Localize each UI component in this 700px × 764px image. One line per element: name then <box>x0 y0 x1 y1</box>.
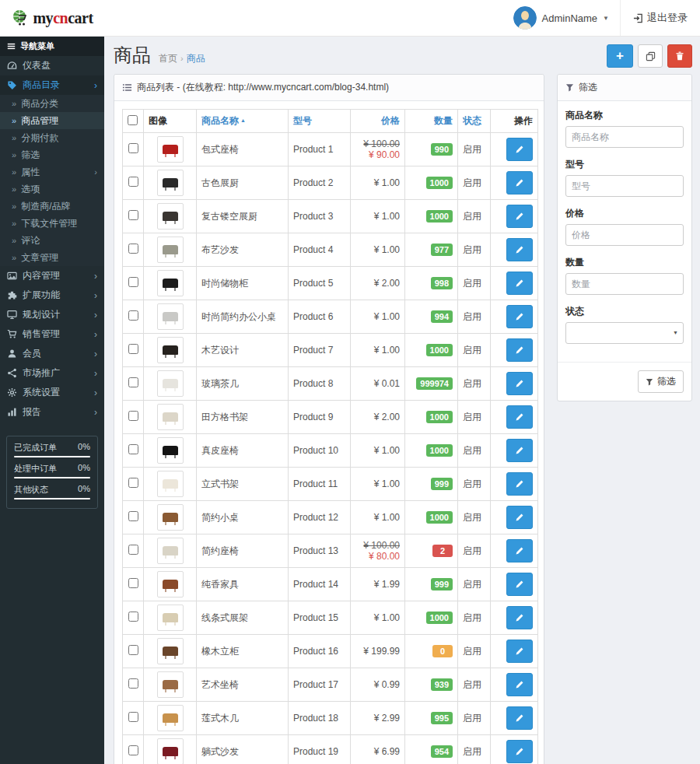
sidebar-subitem[interactable]: » 下载文件管理 <box>0 215 104 232</box>
row-checkbox[interactable] <box>128 444 138 454</box>
row-checkbox[interactable] <box>128 612 138 622</box>
product-model: Product 4 <box>289 233 351 267</box>
delete-button[interactable] <box>667 44 692 68</box>
sidebar-item[interactable]: 规划设计 › <box>0 305 104 324</box>
product-model: Product 7 <box>289 334 351 367</box>
edit-button[interactable] <box>506 439 533 462</box>
edit-button[interactable] <box>506 706 533 730</box>
breadcrumb-home[interactable]: 首页 <box>159 53 177 64</box>
sidebar-item[interactable]: 销售管理 › <box>0 324 104 344</box>
edit-button[interactable] <box>506 205 533 228</box>
column-header-name[interactable]: 商品名称▲ <box>197 110 289 133</box>
quantity-badge: 1000 <box>426 411 453 423</box>
sidebar-subitem[interactable]: » 属性 › <box>0 163 104 180</box>
product-name: 立式书架 <box>197 468 289 501</box>
product-price: ¥ 1.00 <box>351 434 405 468</box>
sidebar-subitem[interactable]: » 分期付款 <box>0 129 104 146</box>
row-checkbox[interactable] <box>128 411 138 421</box>
row-checkbox[interactable] <box>128 277 138 287</box>
product-price: ¥ 2.99 <box>351 702 405 735</box>
sidebar-subitem[interactable]: » 筛选 <box>0 146 104 163</box>
row-checkbox[interactable] <box>128 210 138 220</box>
page-title: 商品 <box>114 43 151 68</box>
product-thumbnail <box>157 237 184 263</box>
sidebar-subitem[interactable]: » 评论 <box>0 232 104 249</box>
column-header-status[interactable]: 状态 <box>458 110 491 133</box>
desktop-icon <box>7 310 17 320</box>
product-model: Product 19 <box>289 735 351 764</box>
sidebar-item[interactable]: 扩展功能 › <box>0 286 104 305</box>
product-list-title: 商品列表 - (在线教程: http://www.mycncart.com/bl… <box>137 81 389 94</box>
filter-select[interactable] <box>565 322 684 344</box>
quantity-badge: 999 <box>431 578 453 591</box>
edit-button[interactable] <box>506 506 533 529</box>
product-price: ¥ 1.00 <box>351 166 405 200</box>
product-model: Product 16 <box>289 635 351 668</box>
edit-button[interactable] <box>506 138 533 161</box>
edit-button[interactable] <box>506 405 533 429</box>
edit-button[interactable] <box>506 372 533 395</box>
row-checkbox[interactable] <box>128 645 138 655</box>
sidebar-item[interactable]: 市场推广 › <box>0 363 104 383</box>
edit-button[interactable] <box>506 472 533 496</box>
product-price: ¥ 0.99 <box>351 668 405 702</box>
sidebar-item[interactable]: 报告 › <box>0 402 104 422</box>
row-checkbox[interactable] <box>128 143 138 153</box>
edit-button[interactable] <box>506 673 533 696</box>
product-name: 莲式木几 <box>197 702 289 735</box>
select-all-checkbox[interactable] <box>128 115 138 125</box>
filter-button[interactable]: 筛选 <box>638 370 684 393</box>
row-checkbox[interactable] <box>128 712 138 722</box>
row-checkbox[interactable] <box>128 511 138 521</box>
edit-button[interactable] <box>506 238 533 261</box>
row-checkbox[interactable] <box>128 745 138 755</box>
sidebar-subitem[interactable]: » 文章管理 <box>0 249 104 266</box>
breadcrumb-current[interactable]: 商品 <box>187 53 205 64</box>
sidebar-item[interactable]: 商品目录 › <box>0 75 104 95</box>
filter-input[interactable] <box>565 224 684 246</box>
filter-input[interactable] <box>565 273 684 295</box>
sidebar-item[interactable]: 仪表盘 <box>0 56 104 75</box>
user-menu[interactable]: AdminName ▼ <box>502 0 620 36</box>
column-header-model[interactable]: 型号 <box>289 110 351 133</box>
edit-button[interactable] <box>506 606 533 629</box>
filter-panel-title: 筛选 <box>579 81 597 94</box>
sidebar-item[interactable]: 内容管理 › <box>0 266 104 286</box>
logout-button[interactable]: 退出登录 <box>620 0 700 36</box>
sidebar-subitem[interactable]: » 商品管理 <box>0 112 104 129</box>
product-thumbnail <box>157 437 184 464</box>
row-checkbox[interactable] <box>128 310 138 321</box>
quantity-badge: 1000 <box>426 344 453 356</box>
column-header-price[interactable]: 价格 <box>351 110 405 133</box>
row-checkbox[interactable] <box>128 344 138 354</box>
add-product-button[interactable]: + <box>607 44 633 68</box>
row-checkbox[interactable] <box>128 177 138 187</box>
edit-button[interactable] <box>506 171 533 195</box>
column-header-quantity[interactable]: 数量 <box>405 110 458 133</box>
row-checkbox[interactable] <box>128 478 138 488</box>
sidebar-subitem[interactable]: » 选项 <box>0 180 104 198</box>
product-price: ¥ 1.00 <box>351 601 405 635</box>
edit-button[interactable] <box>506 573 533 596</box>
sidebar-item[interactable]: 系统设置 › <box>0 383 104 402</box>
edit-button[interactable] <box>506 740 533 763</box>
app-root: mycncart AdminName ▼ <box>0 0 700 764</box>
edit-button[interactable] <box>506 640 533 663</box>
brand-logo[interactable]: mycncart <box>0 0 104 37</box>
row-checkbox[interactable] <box>128 377 138 387</box>
row-checkbox[interactable] <box>128 244 138 254</box>
edit-button[interactable] <box>506 338 533 362</box>
copy-button[interactable] <box>638 44 663 68</box>
sidebar-item[interactable]: 会员 › <box>0 344 104 363</box>
sidebar-subitem[interactable]: » 商品分类 <box>0 95 104 112</box>
row-checkbox[interactable] <box>128 578 138 588</box>
edit-button[interactable] <box>506 305 533 328</box>
filter-input[interactable] <box>565 126 684 148</box>
product-thumbnail <box>157 170 184 196</box>
edit-button[interactable] <box>506 272 533 295</box>
edit-button[interactable] <box>506 539 533 562</box>
row-checkbox[interactable] <box>128 545 138 555</box>
filter-input[interactable] <box>565 175 684 197</box>
sidebar-subitem[interactable]: » 制造商/品牌 <box>0 198 104 215</box>
row-checkbox[interactable] <box>128 678 138 689</box>
